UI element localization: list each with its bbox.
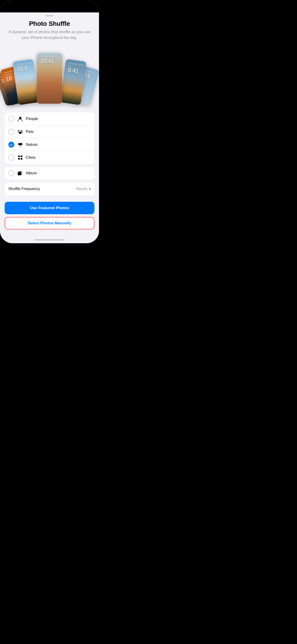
option-album[interactable]: Album	[4, 167, 94, 180]
pets-icon	[17, 128, 24, 135]
radio-album[interactable]	[8, 170, 14, 176]
svg-point-2	[21, 130, 22, 131]
svg-rect-5	[18, 156, 20, 157]
shuffle-frequency-value-container: Hourly	[76, 186, 91, 191]
option-people[interactable]: People	[4, 112, 94, 125]
select-photos-manually-button[interactable]: Select Photos Manually	[4, 217, 94, 230]
option-cities-label: Cities	[26, 155, 36, 160]
svg-point-1	[18, 130, 20, 131]
people-icon	[17, 116, 24, 122]
svg-rect-7	[18, 158, 20, 160]
svg-point-4	[22, 132, 23, 132]
status-bar	[0, 0, 99, 12]
sheet-handle	[45, 15, 54, 16]
radio-nature[interactable]	[8, 142, 14, 148]
option-album-label: Album	[26, 171, 37, 176]
svg-rect-8	[21, 158, 22, 160]
shuffle-frequency-value: Hourly	[76, 186, 88, 191]
option-pets-label: Pets	[26, 130, 34, 134]
radio-people[interactable]	[8, 116, 14, 122]
cities-icon	[17, 154, 24, 161]
radio-pets[interactable]	[8, 129, 14, 135]
option-nature-label: Nature	[26, 142, 38, 147]
svg-rect-11	[18, 172, 21, 175]
svg-rect-6	[21, 156, 22, 157]
option-pets[interactable]: Pets	[4, 125, 94, 138]
sheet-handle-area	[0, 12, 99, 18]
photo-card-center: Tuesday, January 9 18:41	[37, 53, 62, 104]
nature-icon	[17, 142, 24, 148]
phone-frame: Photo Shuffle A dynamic set of photos th…	[0, 0, 99, 243]
option-nature[interactable]: Nature	[4, 138, 94, 151]
chevron-down-icon	[89, 189, 91, 190]
shuffle-frequency-label: Shuffle Frequency	[8, 186, 40, 191]
option-people-label: People	[26, 116, 38, 121]
content-area: Photo Shuffle A dynamic set of photos th…	[0, 18, 99, 236]
svg-point-0	[19, 117, 22, 119]
bottom-buttons: Use Featured Photos Select Photos Manual…	[4, 202, 94, 232]
updown-chevron-icon	[89, 188, 91, 190]
album-icon	[17, 170, 24, 176]
shuffle-frequency-section: Shuffle Frequency Hourly	[4, 182, 94, 195]
use-featured-photos-button[interactable]: Use Featured Photos	[4, 202, 94, 214]
photo-carousel: Tue 18 Tuesday, January 18	[4, 46, 94, 106]
notch	[36, 3, 63, 10]
option-cities[interactable]: Cities	[4, 151, 94, 164]
album-section: Album	[4, 167, 94, 180]
radio-cities[interactable]	[8, 154, 14, 160]
home-bar	[34, 239, 64, 240]
home-indicator	[0, 236, 99, 243]
shuffle-frequency-row[interactable]: Shuffle Frequency Hourly	[4, 182, 94, 195]
svg-point-3	[18, 132, 19, 132]
chevron-up-icon	[89, 188, 91, 189]
page-subtitle: A dynamic set of photos that shuffle as …	[4, 29, 94, 40]
page-title: Photo Shuffle	[29, 20, 70, 28]
category-options: People Pets	[4, 112, 94, 164]
